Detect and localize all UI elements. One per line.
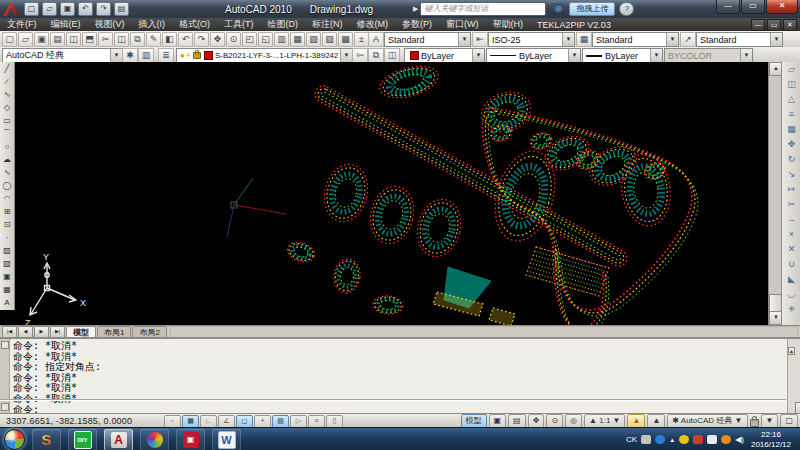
ellipse-arc-icon[interactable]: ◠ [1,192,13,205]
insert-block-icon[interactable]: ⊞ [1,205,13,218]
spline-icon[interactable]: ∿ [1,166,13,179]
multiline-text-icon[interactable]: A [1,296,13,309]
toolbar-lock-icon[interactable] [750,419,759,427]
table-style-combo[interactable]: Standard▼ [592,32,679,47]
chevron-down-icon[interactable]: ▼ [110,49,122,62]
block-editor-icon[interactable]: ◧ [162,32,177,47]
zoom-realtime-icon[interactable]: ⊙ [226,32,241,47]
cut-icon[interactable]: ✂ [98,32,113,47]
menu-item-7[interactable]: 标注(N) [305,18,350,31]
otrack-toggle[interactable]: + [254,415,271,428]
cmd-scroll-up[interactable]: ▲ [788,347,795,355]
lineweight-combo[interactable]: ByLayer ▼ [582,48,663,63]
taskbar-clock[interactable]: 22:16 2016/12/12 [745,430,797,450]
undo-icon[interactable]: ↶ [178,32,193,47]
osnap-toggle[interactable]: ◻ [236,415,253,428]
menu-item-10[interactable]: 窗口(W) [439,18,486,31]
close-button[interactable]: ✕ [766,0,798,14]
help-button[interactable]: ? [619,2,634,16]
annotation-scale-button[interactable]: ▲ 1:1 ▼ [584,414,625,428]
menu-item-3[interactable]: 插入(I) [132,18,173,31]
minimize-button[interactable]: — [716,0,740,14]
chevron-down-icon[interactable]: ▼ [666,33,678,46]
doc-minimize-button[interactable]: — [751,19,765,31]
plot-preview-icon[interactable]: ◫ [66,32,81,47]
start-button[interactable] [4,429,25,450]
dim-style-combo[interactable]: ISO-25▼ [488,32,575,47]
mleader-style-combo[interactable]: Standard▼ [696,32,783,47]
rectangle-icon[interactable]: ▭ [1,114,13,127]
undo-icon[interactable]: ↶ [78,2,93,16]
open-icon[interactable]: ▱ [42,2,57,16]
tray-device-icon[interactable] [707,435,717,444]
tray-expand-icon[interactable]: ▲ [669,437,675,443]
erase-icon[interactable]: ▱ [784,62,799,77]
table-icon[interactable]: ▦ [1,283,13,296]
chevron-down-icon[interactable]: ▼ [458,33,470,46]
chevron-down-icon[interactable]: ▼ [472,49,484,62]
menu-item-6[interactable]: 绘图(D) [261,18,306,31]
ortho-toggle[interactable]: ∟ [200,415,217,428]
qp-toggle[interactable]: ▯ [326,415,343,428]
linetype-combo[interactable]: ByLayer ▼ [486,48,581,63]
layer-properties-icon[interactable]: ≣ [158,48,174,63]
zoom-window-icon[interactable]: ◰ [242,32,257,47]
copy-icon[interactable]: ◫ [114,32,129,47]
pan-icon[interactable]: ✥ [210,32,225,47]
text-style-combo[interactable]: Standard▼ [384,32,471,47]
restore-button[interactable]: ▭ [741,0,765,14]
fillet-icon[interactable]: ◡ [784,287,799,302]
tray-blue-icon[interactable] [655,435,665,444]
polyline-icon[interactable]: ∿ [1,88,13,101]
extend-icon[interactable]: → [784,212,799,227]
layer-states-icon[interactable]: ⧉ [368,48,384,63]
circle-icon[interactable]: ○ [1,140,13,153]
offset-icon[interactable]: ≡ [784,107,799,122]
save-icon[interactable]: ▣ [34,32,49,47]
menu-item-5[interactable]: 工具(T) [217,18,261,31]
scale-icon[interactable]: ↘ [784,167,799,182]
communication-center-icon[interactable]: ◎ [551,3,565,15]
move-icon[interactable]: ✥ [784,137,799,152]
zoom-previous-icon[interactable]: ◱ [258,32,273,47]
chevron-down-icon[interactable]: ▼ [340,49,352,62]
match-properties-icon[interactable]: ✎ [146,32,161,47]
taskbar-app-s[interactable]: S [32,429,61,450]
revision-cloud-icon[interactable]: ☁ [1,153,13,166]
workspace-save-icon[interactable]: ▥ [138,48,154,63]
menu-item-2[interactable]: 视图(V) [88,18,132,31]
menu-item-1[interactable]: 编辑(E) [44,18,88,31]
chamfer-icon[interactable]: ◣ [784,272,799,287]
steering-wheel-button[interactable]: ◎ [565,414,582,428]
command-window[interactable]: 命令: *取消*命令: *取消*命令: 指定对角点:命令: *取消*命令: *取… [0,337,800,415]
trim-icon[interactable]: ✂ [784,197,799,212]
workspace-switch-button[interactable]: ✱ AutoCAD 经典 ▼ [667,414,747,428]
new-icon[interactable]: ▢ [24,2,39,16]
open-icon[interactable]: ▱ [18,32,33,47]
redo-icon[interactable]: ↷ [96,2,111,16]
tray-yellow-icon[interactable] [679,435,689,444]
lwt-toggle[interactable]: ≡ [308,415,325,428]
save-icon[interactable]: ▣ [60,2,75,16]
sheet-set-manager-icon[interactable]: ▨ [322,32,337,47]
arc-icon[interactable]: ⌒ [1,127,13,140]
menu-item-0[interactable]: 文件(F) [0,18,44,31]
zoom-button[interactable]: ⊙ [546,414,563,428]
tray-orange-icon[interactable] [721,435,731,444]
point-icon[interactable]: · [1,231,13,244]
hatch-icon[interactable]: ▨ [1,244,13,257]
break-icon[interactable]: ✕ [784,242,799,257]
ellipse-icon[interactable]: ◯ [1,179,13,192]
designcenter-icon[interactable]: ▦ [290,32,305,47]
language-indicator[interactable]: CK [626,435,637,444]
dim-style-icon[interactable]: ⇤ [472,32,488,47]
quick-view-drawings-button[interactable]: ▤ [508,414,526,428]
plugin-menu-label[interactable]: TEKLA2PIP V2.03 [530,20,618,30]
command-scrollbar[interactable]: ▲ ▼ [787,339,800,415]
mirror-icon[interactable]: △ [784,92,799,107]
chevron-down-icon[interactable]: ▼ [770,33,782,46]
model-space-button[interactable]: 模型 [461,414,487,428]
menu-item-8[interactable]: 修改(M) [350,18,396,31]
snap-toggle[interactable]: ▫ [164,415,181,428]
pan-button[interactable]: ✥ [528,414,545,428]
